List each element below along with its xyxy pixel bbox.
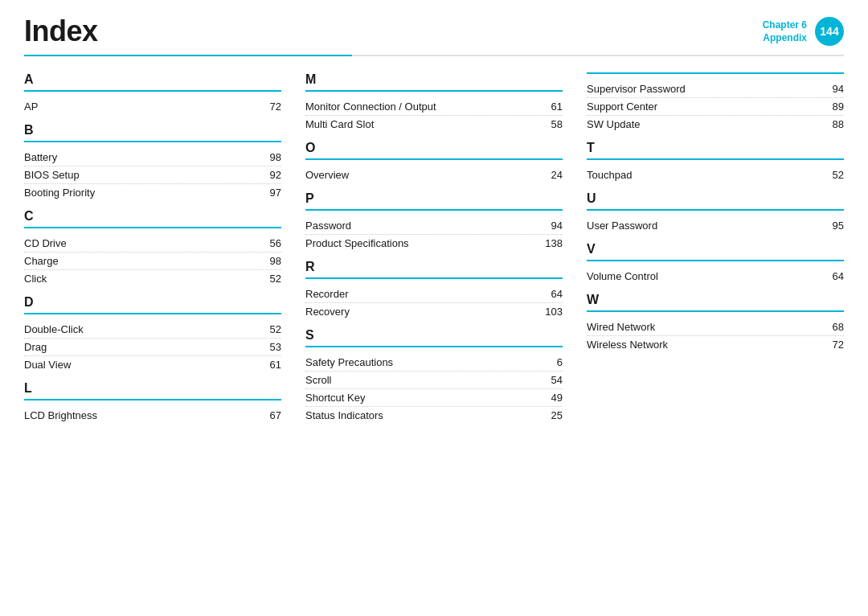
entry-page: 72 (833, 339, 844, 351)
entry-page: 98 (270, 151, 281, 163)
entry-page: 58 (551, 118, 563, 130)
section-divider-2-4 (587, 310, 844, 312)
page-header: Index Chapter 6 Appendix 144 (0, 0, 868, 48)
section-letter-0-3: D (24, 295, 281, 310)
entry-page: 64 (833, 270, 844, 282)
entry-label: CD Drive (24, 237, 67, 249)
section-divider-1-4 (305, 346, 563, 347)
section-divider-0-0 (24, 90, 281, 92)
section-letter-0-1: B (24, 123, 281, 138)
entry-label: User Password (587, 220, 657, 232)
entry-label: Safety Precautions (305, 356, 393, 368)
entry-page: 97 (270, 187, 281, 199)
page-title: Index (24, 14, 98, 48)
list-item: Dual View61 (24, 356, 281, 373)
list-item: Multi Card Slot58 (305, 116, 563, 133)
page-number-badge: 144 (815, 17, 844, 46)
entry-label: Double-Click (24, 323, 84, 335)
entry-label: SW Update (587, 118, 640, 130)
section-letter-2-4: W (587, 293, 844, 307)
chapter-badge: Chapter 6 Appendix (763, 19, 807, 43)
entry-page: 89 (833, 101, 844, 113)
section-0-2: CCD Drive56Charge98Click52 (24, 209, 281, 287)
section-0-0: AAP72 (24, 72, 281, 115)
entry-page: 54 (551, 374, 563, 386)
section-divider-2-3 (587, 260, 844, 261)
section-0-1: BBattery98BIOS Setup92Booting Priority97 (24, 123, 281, 201)
entry-page: 56 (270, 237, 281, 249)
entry-label: Multi Card Slot (305, 118, 374, 130)
entry-label: Booting Priority (24, 187, 95, 199)
entry-page: 68 (833, 321, 844, 333)
entry-page: 61 (551, 101, 563, 113)
list-item: LCD Brightness67 (24, 407, 281, 424)
entry-page: 52 (833, 169, 844, 181)
column-0: AAP72BBattery98BIOS Setup92Booting Prior… (24, 72, 305, 432)
entry-page: 24 (551, 169, 563, 181)
appendix-label: Appendix (763, 32, 807, 43)
section-divider-1-2 (305, 209, 563, 211)
entry-page: 25 (551, 409, 563, 421)
section-0-3: DDouble-Click52Drag53Dual View61 (24, 295, 281, 373)
entry-label: Product Specifications (305, 237, 409, 249)
list-item: Wireless Network72 (587, 336, 844, 353)
entry-label: Support Center (587, 101, 657, 113)
index-content: AAP72BBattery98BIOS Setup92Booting Prior… (0, 56, 868, 448)
section-divider-1-1 (305, 158, 563, 160)
entry-label: Password (305, 220, 351, 232)
entry-label: Dual View (24, 359, 71, 371)
list-item: Recovery103 (305, 303, 563, 320)
list-item: Battery98 (24, 149, 281, 166)
list-item: Click52 (24, 270, 281, 287)
entry-label: Status Indicators (305, 409, 383, 421)
section-divider-0-3 (24, 313, 281, 314)
section-letter-2-2: U (587, 191, 844, 206)
entry-page: 49 (551, 392, 563, 404)
list-item: CD Drive56 (24, 235, 281, 253)
section-1-0: MMonitor Connection / Output61Multi Card… (305, 72, 563, 133)
entry-label: Volume Control (587, 270, 658, 282)
list-item: Booting Priority97 (24, 184, 281, 201)
entry-page: 52 (270, 273, 281, 285)
entry-label: Shortcut Key (305, 392, 365, 404)
entry-label: Wireless Network (587, 339, 668, 351)
entry-page: 67 (270, 409, 281, 421)
entry-label: AP (24, 101, 38, 113)
list-item: Double-Click52 (24, 321, 281, 339)
list-item: Overview24 (305, 166, 563, 183)
entry-page: 138 (545, 237, 563, 249)
entry-page: 88 (833, 118, 844, 130)
entry-label: Touchpad (587, 169, 632, 181)
list-item: Drag53 (24, 339, 281, 356)
section-2-0: Supervisor Password94Support Center89SW … (587, 72, 844, 133)
entry-label: Overview (305, 169, 349, 181)
list-item: Supervisor Password94 (587, 80, 844, 98)
entry-label: LCD Brightness (24, 409, 97, 421)
section-1-2: PPassword94Product Specifications138 (305, 191, 563, 252)
column-1: MMonitor Connection / Output61Multi Card… (305, 72, 587, 432)
section-letter-2-3: V (587, 242, 844, 257)
section-letter-1-1: O (305, 141, 563, 155)
list-item: AP72 (24, 98, 281, 115)
section-divider-2-0 (587, 72, 844, 74)
list-item: Support Center89 (587, 98, 844, 116)
section-2-2: UUser Password95 (587, 191, 844, 234)
entry-page: 64 (551, 288, 563, 300)
section-1-1: OOverview24 (305, 141, 563, 183)
section-2-1: TTouchpad52 (587, 141, 844, 183)
chapter-label: Chapter 6 (763, 19, 807, 31)
section-divider-0-1 (24, 141, 281, 142)
list-item: User Password95 (587, 217, 844, 234)
entry-label: Monitor Connection / Output (305, 101, 436, 113)
list-item: Monitor Connection / Output61 (305, 98, 563, 116)
section-letter-2-1: T (587, 141, 844, 155)
column-2: Supervisor Password94Support Center89SW … (587, 72, 844, 432)
entry-label: Recovery (305, 306, 350, 318)
entry-page: 94 (833, 83, 844, 95)
list-item: Recorder64 (305, 285, 563, 303)
entry-page: 98 (270, 255, 281, 267)
entry-label: Drag (24, 341, 47, 353)
list-item: Safety Precautions6 (305, 354, 563, 372)
list-item: Status Indicators25 (305, 407, 563, 424)
section-letter-0-4: L (24, 381, 281, 396)
